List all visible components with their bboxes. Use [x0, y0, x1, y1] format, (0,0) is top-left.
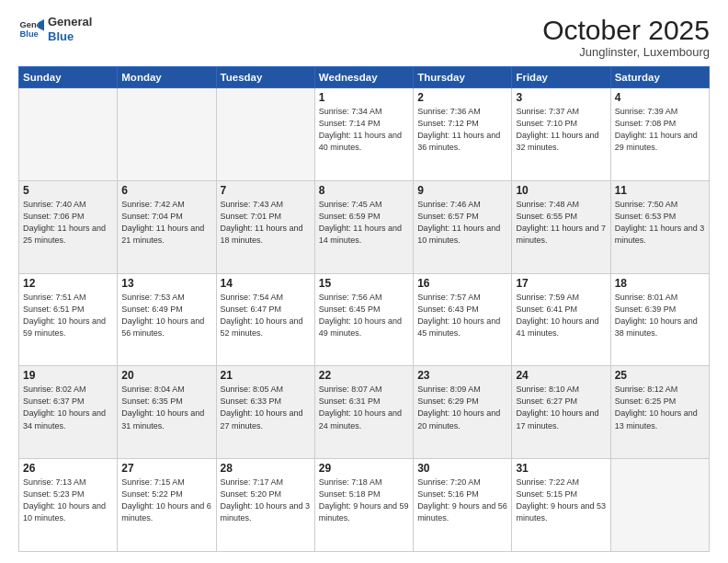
calendar-cell: 5Sunrise: 7:40 AM Sunset: 7:06 PM Daylig… — [19, 180, 118, 273]
calendar-cell — [19, 88, 118, 181]
day-number: 15 — [319, 277, 409, 290]
calendar-cell: 2Sunrise: 7:36 AM Sunset: 7:12 PM Daylig… — [414, 88, 512, 181]
day-number: 4 — [615, 91, 705, 104]
calendar-cell: 18Sunrise: 8:01 AM Sunset: 6:39 PM Dayli… — [610, 273, 709, 366]
day-number: 27 — [121, 462, 211, 475]
header: General Blue General Blue October 2025 J… — [18, 15, 710, 59]
calendar-cell: 30Sunrise: 7:20 AM Sunset: 5:16 PM Dayli… — [414, 459, 512, 552]
calendar-cell: 28Sunrise: 7:17 AM Sunset: 5:20 PM Dayli… — [216, 459, 314, 552]
logo-icon: General Blue — [18, 17, 44, 42]
calendar-week-row: 26Sunrise: 7:13 AM Sunset: 5:23 PM Dayli… — [19, 459, 710, 552]
day-number: 23 — [417, 369, 507, 382]
title-block: October 2025 Junglinster, Luxembourg — [542, 15, 710, 59]
day-info: Sunrise: 8:05 AM Sunset: 6:33 PM Dayligh… — [221, 384, 311, 431]
day-info: Sunrise: 7:50 AM Sunset: 6:53 PM Dayligh… — [615, 199, 705, 247]
day-info: Sunrise: 7:48 AM Sunset: 6:55 PM Dayligh… — [516, 199, 606, 247]
day-number: 9 — [417, 184, 507, 197]
day-number: 3 — [516, 91, 606, 104]
day-number: 31 — [516, 462, 606, 475]
day-info: Sunrise: 8:09 AM Sunset: 6:29 PM Dayligh… — [417, 384, 507, 431]
calendar-cell: 12Sunrise: 7:51 AM Sunset: 6:51 PM Dayli… — [19, 273, 118, 366]
calendar-cell: 15Sunrise: 7:56 AM Sunset: 6:45 PM Dayli… — [314, 273, 413, 366]
weekday-header-wednesday: Wednesday — [314, 67, 413, 88]
calendar-week-row: 1Sunrise: 7:34 AM Sunset: 7:14 PM Daylig… — [19, 88, 710, 181]
day-info: Sunrise: 7:53 AM Sunset: 6:49 PM Dayligh… — [121, 292, 211, 339]
calendar-cell: 31Sunrise: 7:22 AM Sunset: 5:15 PM Dayli… — [512, 459, 610, 552]
day-number: 6 — [121, 184, 211, 197]
weekday-header-thursday: Thursday — [414, 67, 512, 88]
day-number: 19 — [23, 369, 113, 382]
day-info: Sunrise: 7:45 AM Sunset: 6:59 PM Dayligh… — [319, 199, 409, 247]
day-number: 29 — [319, 462, 409, 475]
day-info: Sunrise: 7:20 AM Sunset: 5:16 PM Dayligh… — [417, 477, 507, 524]
calendar-week-row: 5Sunrise: 7:40 AM Sunset: 7:06 PM Daylig… — [19, 180, 710, 273]
day-number: 20 — [121, 369, 211, 382]
day-number: 12 — [23, 277, 113, 290]
calendar-cell: 25Sunrise: 8:12 AM Sunset: 6:25 PM Dayli… — [610, 366, 709, 459]
day-number: 26 — [23, 462, 113, 475]
logo-general: General — [48, 15, 92, 29]
day-number: 30 — [417, 462, 507, 475]
day-info: Sunrise: 7:13 AM Sunset: 5:23 PM Dayligh… — [23, 477, 113, 524]
calendar-cell: 14Sunrise: 7:54 AM Sunset: 6:47 PM Dayli… — [216, 273, 314, 366]
calendar-cell — [610, 459, 709, 552]
calendar-cell: 16Sunrise: 7:57 AM Sunset: 6:43 PM Dayli… — [414, 273, 512, 366]
day-info: Sunrise: 8:04 AM Sunset: 6:35 PM Dayligh… — [121, 384, 211, 431]
day-info: Sunrise: 7:42 AM Sunset: 7:04 PM Dayligh… — [121, 199, 211, 247]
day-info: Sunrise: 7:17 AM Sunset: 5:20 PM Dayligh… — [221, 477, 311, 524]
day-number: 11 — [615, 184, 705, 197]
day-info: Sunrise: 7:57 AM Sunset: 6:43 PM Dayligh… — [417, 292, 507, 339]
logo-blue: Blue — [48, 29, 92, 44]
day-info: Sunrise: 7:59 AM Sunset: 6:41 PM Dayligh… — [516, 292, 606, 339]
day-info: Sunrise: 7:18 AM Sunset: 5:18 PM Dayligh… — [319, 477, 409, 524]
day-info: Sunrise: 7:56 AM Sunset: 6:45 PM Dayligh… — [319, 292, 409, 339]
calendar-cell: 3Sunrise: 7:37 AM Sunset: 7:10 PM Daylig… — [512, 88, 610, 181]
calendar-cell: 21Sunrise: 8:05 AM Sunset: 6:33 PM Dayli… — [216, 366, 314, 459]
day-info: Sunrise: 7:43 AM Sunset: 7:01 PM Dayligh… — [221, 199, 311, 247]
calendar-cell: 4Sunrise: 7:39 AM Sunset: 7:08 PM Daylig… — [610, 88, 709, 181]
day-info: Sunrise: 7:40 AM Sunset: 7:06 PM Dayligh… — [23, 199, 113, 247]
calendar-cell: 23Sunrise: 8:09 AM Sunset: 6:29 PM Dayli… — [414, 366, 512, 459]
day-number: 25 — [615, 369, 705, 382]
day-number: 5 — [23, 184, 113, 197]
weekday-header-monday: Monday — [118, 67, 216, 88]
calendar-cell: 1Sunrise: 7:34 AM Sunset: 7:14 PM Daylig… — [314, 88, 413, 181]
day-number: 16 — [417, 277, 507, 290]
calendar-week-row: 19Sunrise: 8:02 AM Sunset: 6:37 PM Dayli… — [19, 366, 710, 459]
day-number: 22 — [319, 369, 409, 382]
calendar-table: SundayMondayTuesdayWednesdayThursdayFrid… — [18, 66, 710, 552]
day-number: 21 — [221, 369, 311, 382]
calendar-cell: 11Sunrise: 7:50 AM Sunset: 6:53 PM Dayli… — [610, 180, 709, 273]
calendar-cell: 7Sunrise: 7:43 AM Sunset: 7:01 PM Daylig… — [216, 180, 314, 273]
day-number: 18 — [615, 277, 705, 290]
month-title: October 2025 — [542, 15, 710, 45]
day-info: Sunrise: 8:01 AM Sunset: 6:39 PM Dayligh… — [615, 292, 705, 339]
day-info: Sunrise: 7:39 AM Sunset: 7:08 PM Dayligh… — [615, 106, 705, 154]
calendar-cell — [216, 88, 314, 181]
day-info: Sunrise: 7:51 AM Sunset: 6:51 PM Dayligh… — [23, 292, 113, 339]
weekday-header-tuesday: Tuesday — [216, 67, 314, 88]
svg-text:Blue: Blue — [20, 29, 39, 38]
day-info: Sunrise: 7:15 AM Sunset: 5:22 PM Dayligh… — [121, 477, 211, 524]
calendar-cell: 24Sunrise: 8:10 AM Sunset: 6:27 PM Dayli… — [512, 366, 610, 459]
calendar-cell: 9Sunrise: 7:46 AM Sunset: 6:57 PM Daylig… — [414, 180, 512, 273]
calendar-week-row: 12Sunrise: 7:51 AM Sunset: 6:51 PM Dayli… — [19, 273, 710, 366]
day-number: 8 — [319, 184, 409, 197]
calendar-cell: 8Sunrise: 7:45 AM Sunset: 6:59 PM Daylig… — [314, 180, 413, 273]
calendar-cell — [118, 88, 216, 181]
day-number: 2 — [417, 91, 507, 104]
day-number: 13 — [121, 277, 211, 290]
calendar-cell: 13Sunrise: 7:53 AM Sunset: 6:49 PM Dayli… — [118, 273, 216, 366]
calendar-cell: 26Sunrise: 7:13 AM Sunset: 5:23 PM Dayli… — [19, 459, 118, 552]
day-number: 17 — [516, 277, 606, 290]
day-info: Sunrise: 8:02 AM Sunset: 6:37 PM Dayligh… — [23, 384, 113, 431]
day-info: Sunrise: 7:34 AM Sunset: 7:14 PM Dayligh… — [319, 106, 409, 154]
day-number: 7 — [221, 184, 311, 197]
page: General Blue General Blue October 2025 J… — [0, 0, 728, 563]
calendar-cell: 19Sunrise: 8:02 AM Sunset: 6:37 PM Dayli… — [19, 366, 118, 459]
calendar-cell: 27Sunrise: 7:15 AM Sunset: 5:22 PM Dayli… — [118, 459, 216, 552]
calendar-cell: 29Sunrise: 7:18 AM Sunset: 5:18 PM Dayli… — [314, 459, 413, 552]
day-info: Sunrise: 8:07 AM Sunset: 6:31 PM Dayligh… — [319, 384, 409, 431]
day-number: 28 — [221, 462, 311, 475]
day-info: Sunrise: 8:12 AM Sunset: 6:25 PM Dayligh… — [615, 384, 705, 431]
